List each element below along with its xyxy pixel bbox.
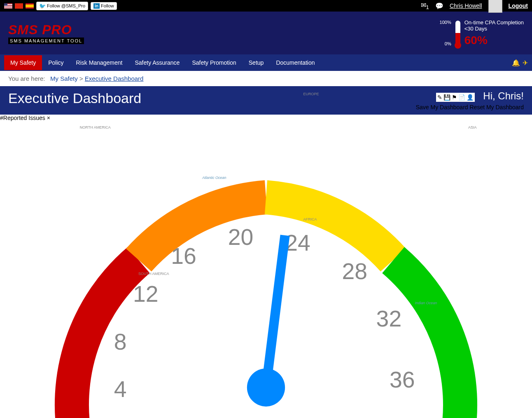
breadcrumb-sep: >	[79, 75, 83, 82]
nav-policy[interactable]: Policy	[42, 55, 70, 70]
mail-icon[interactable]: ✉1	[421, 1, 429, 10]
logo-main: SMS PRO	[8, 22, 84, 38]
twitter-label: Follow @SMS_Pro	[47, 3, 85, 8]
logout-link[interactable]: Logout	[509, 2, 528, 9]
breadcrumb-path1[interactable]: My Safety	[50, 75, 78, 82]
cpa-percent: 60%	[464, 34, 524, 47]
topbar: 🐦 Follow @SMS_Pro in Follow ✉1 💬 Chris H…	[0, 0, 532, 12]
logo: SMS PRO SMS MANAGEMENT TOOL	[8, 22, 84, 44]
svg-text:36: 36	[390, 367, 415, 392]
mail-count: 1	[426, 4, 429, 10]
save-icon[interactable]: 💾	[443, 94, 450, 101]
svg-point-12	[247, 369, 285, 406]
breadcrumb-prefix: You are here:	[8, 75, 45, 82]
bell-icon[interactable]: 🔔	[512, 59, 520, 67]
nav-risk-management[interactable]: Risk Management	[70, 55, 129, 70]
gauge-chart: 0 4 8 12 16 20 24 28 32 36 40	[0, 121, 532, 418]
page-title: Executive Dashboard	[8, 90, 141, 106]
user-icon[interactable]: 👤	[467, 94, 474, 101]
svg-text:32: 32	[376, 306, 402, 331]
cpa-title: On-time CPA Completion	[464, 19, 524, 26]
doc-icon[interactable]: 📄	[458, 94, 465, 101]
svg-text:8: 8	[114, 329, 127, 355]
cpa-text: On-time CPA Completion <30 Days 60%	[464, 19, 524, 47]
thermometer-icon	[455, 21, 460, 45]
nav-safety-assurance[interactable]: Safety Assurance	[128, 55, 186, 70]
cpa-scale: 100% 0%	[440, 18, 451, 48]
header: SMS PRO SMS MANAGEMENT TOOL 100% 0% On-t…	[0, 12, 532, 54]
linkedin-label: Follow	[101, 3, 114, 8]
scale-bot: 0%	[440, 39, 451, 48]
edit-icon[interactable]: ✎	[437, 94, 442, 101]
svg-text:28: 28	[342, 258, 368, 284]
twitter-follow-button[interactable]: 🐦 Follow @SMS_Pro	[36, 2, 88, 10]
nav-setup[interactable]: Setup	[243, 55, 270, 70]
nav-items: My Safety Policy Risk Management Safety …	[4, 55, 321, 70]
cpa-sub: <30 Days	[464, 26, 524, 32]
avatar[interactable]	[488, 0, 502, 13]
scale-top: 100%	[440, 18, 451, 27]
topbar-left: 🐦 Follow @SMS_Pro in Follow	[4, 2, 117, 10]
svg-text:20: 20	[228, 224, 254, 250]
flag-us-icon[interactable]	[4, 3, 12, 9]
reset-dashboard-button[interactable]: Reset My Dashboard	[469, 104, 524, 110]
save-dashboard-button[interactable]: Save My Dashboard	[416, 104, 468, 110]
svg-line-11	[266, 235, 285, 387]
user-name-link[interactable]: Chris Howell	[450, 2, 482, 9]
topbar-right: ✉1 💬 Chris Howell Logout	[421, 0, 528, 13]
flag-es-icon[interactable]	[26, 3, 34, 9]
svg-text:12: 12	[133, 281, 159, 307]
greeting: Hi, Chris!	[483, 90, 524, 102]
breadcrumb-current[interactable]: Executive Dashboard	[85, 75, 144, 82]
twitter-icon: 🐦	[39, 3, 46, 9]
linkedin-follow-button[interactable]: in Follow	[91, 2, 117, 10]
dashboard-grid: #Reported Issues × 0 4 8 12 16 20 24 28 …	[0, 115, 532, 418]
titlebar-right: ✎ 💾 ⚑ 📄 👤 Hi, Chris! Save My Dashboard R…	[416, 90, 524, 110]
plane-icon[interactable]: ✈	[523, 59, 528, 67]
nav-documentation[interactable]: Documentation	[270, 55, 321, 70]
chat-icon[interactable]: 💬	[435, 2, 443, 10]
main-nav: My Safety Policy Risk Management Safety …	[0, 54, 532, 71]
svg-text:16: 16	[171, 243, 196, 269]
widget-title: #Reported Issues	[0, 115, 45, 121]
titlebar: Executive Dashboard ✎ 💾 ⚑ 📄 👤 Hi, Chris!…	[0, 86, 532, 115]
linkedin-icon: in	[93, 3, 100, 9]
breadcrumb: You are here: My Safety > Executive Dash…	[0, 71, 532, 86]
widget-reported-issues: #Reported Issues × 0 4 8 12 16 20 24 28 …	[0, 115, 532, 418]
flag-icon[interactable]: ⚑	[452, 94, 457, 101]
flag-cn-icon[interactable]	[15, 3, 23, 9]
nav-safety-promotion[interactable]: Safety Promotion	[186, 55, 242, 70]
svg-text:4: 4	[114, 376, 127, 402]
nav-icons: 🔔 ✈	[512, 59, 528, 67]
nav-my-safety[interactable]: My Safety	[4, 55, 42, 70]
close-icon[interactable]: ×	[47, 115, 50, 121]
logo-sub: SMS MANAGEMENT TOOL	[8, 38, 84, 44]
cpa-widget: 100% 0% On-time CPA Completion <30 Days …	[440, 18, 524, 48]
